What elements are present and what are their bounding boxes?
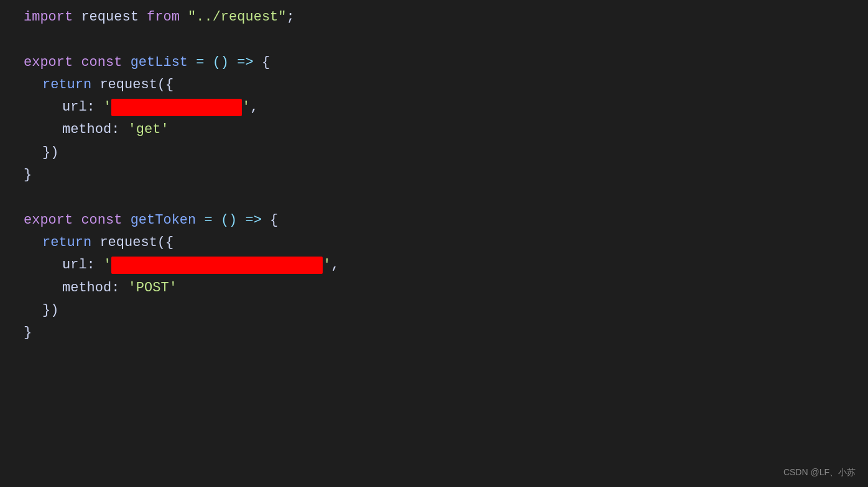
code-line-9 [0, 186, 868, 209]
const-keyword-1: const [81, 52, 122, 74]
code-line-11: return request({ [0, 232, 868, 254]
code-line-6: method: 'get' [0, 119, 868, 141]
export-keyword-1: export [24, 52, 73, 74]
gettoken-function: getToken [131, 209, 196, 232]
return-keyword-2: return [42, 232, 91, 254]
method-key-1: method: [62, 119, 119, 141]
arrow-fn-1: () [213, 52, 229, 74]
url-key-1: url: [62, 96, 95, 119]
request-call-2: request({ [99, 232, 173, 254]
code-line-10: export const getToken = () => { [0, 209, 868, 232]
code-line-12: url: ' ' , [0, 254, 868, 276]
redacted-url-2 [111, 257, 323, 274]
code-line-14: }) [0, 299, 868, 322]
method-value-1: 'get' [128, 119, 169, 141]
method-value-2: 'POST' [128, 277, 177, 299]
equals-1: = [196, 52, 204, 74]
arrow-1: => [237, 52, 253, 74]
redacted-url-1 [111, 99, 242, 116]
getlist-function: getList [131, 52, 188, 74]
equals-2: = [204, 209, 212, 232]
watermark: CSDN @LF、小苏 [783, 465, 856, 480]
from-keyword: from [147, 6, 180, 29]
arrow-2: => [245, 209, 261, 232]
const-keyword-2: const [81, 209, 122, 232]
request-call-1: request({ [99, 74, 173, 96]
return-keyword-1: return [42, 74, 91, 96]
close-paren-2: }) [42, 299, 58, 322]
close-brace-2: } [24, 322, 32, 344]
code-line-4: return request({ [0, 74, 868, 96]
method-key-2: method: [62, 277, 119, 299]
code-line-7: }) [0, 142, 868, 164]
code-line-8: } [0, 164, 868, 186]
url-key-2: url: [62, 254, 95, 276]
close-brace-1: } [24, 164, 32, 186]
code-line-5: url: ' ' , [0, 96, 868, 119]
code-line-3: export const getList = () => { [0, 52, 868, 74]
code-line-1: import request from "../request" ; [0, 6, 868, 29]
import-path: "../request" [188, 6, 286, 29]
code-line-13: method: 'POST' [0, 277, 868, 299]
code-editor: import request from "../request" ; expor… [0, 0, 868, 487]
export-keyword-2: export [24, 209, 73, 232]
code-line-2 [0, 29, 868, 51]
close-paren-1: }) [42, 142, 58, 164]
request-identifier: request [81, 6, 138, 29]
import-keyword: import [24, 6, 73, 29]
code-line-15: } [0, 322, 868, 344]
arrow-fn-2: () [221, 209, 237, 232]
